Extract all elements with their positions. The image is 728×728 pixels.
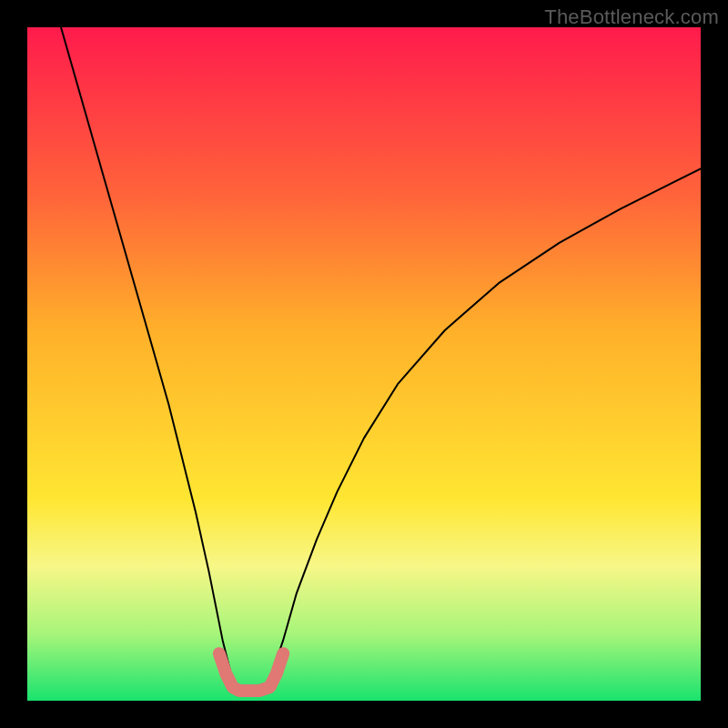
chart-svg xyxy=(27,27,701,701)
chart-background-gradient xyxy=(27,27,701,701)
chart-frame xyxy=(27,27,701,701)
watermark-text: TheBottleneck.com xyxy=(544,5,719,29)
